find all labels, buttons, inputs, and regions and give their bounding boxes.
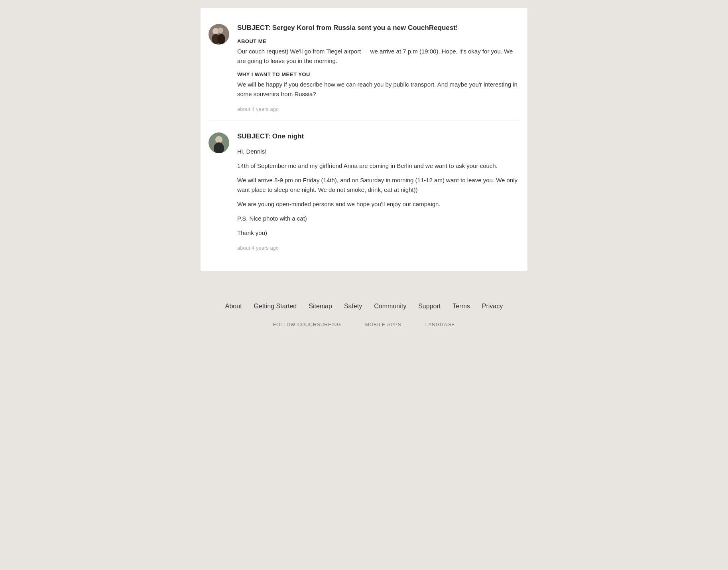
section-paragraph-1-0-0: Our couch request) We'll go from Tiegel … [237,47,519,66]
message-content-2: SUBJECT: One nightHi, Dennis!14th of Sep… [237,132,519,251]
footer-link-community[interactable]: Community [374,303,406,310]
avatar-1 [209,24,229,45]
paragraph-2-4: P.S. Nice photo with a cat) [237,214,519,223]
footer-link-about[interactable]: About [225,303,242,310]
section-label-1-0: ABOUT ME [237,38,519,44]
paragraph-2-0: Hi, Dennis! [237,147,519,156]
svg-point-4 [217,34,225,44]
main-container: SUBJECT: Sergey Korol from Russia sent y… [0,0,728,335]
footer-bottom-section-0: FOLLOW COUCHSURFING [273,322,341,327]
footer-bottom-section-2: LANGUAGE [425,322,455,327]
footer-link-privacy[interactable]: Privacy [482,303,503,310]
footer-bottom: FOLLOW COUCHSURFINGMOBILE APPSLANGUAGE [273,322,455,327]
footer-bottom-section-1: MOBILE APPS [365,322,401,327]
svg-point-2 [218,28,223,33]
section-label-1-1: WHY I WANT TO MEET YOU [237,71,519,77]
footer: AboutGetting StartedSitemapSafetyCommuni… [0,287,728,335]
paragraph-2-3: We are young open-minded persons and we … [237,199,519,209]
message-timestamp-1: about 4 years ago [237,106,519,112]
message-item-1: SUBJECT: Sergey Korol from Russia sent y… [209,12,519,120]
message-subject-1: SUBJECT: Sergey Korol from Russia sent y… [237,24,519,32]
paragraph-2-2: We will arrive 8-9 pm on Friday (14th), … [237,176,519,195]
message-subject-2: SUBJECT: One night [237,132,519,140]
message-item-2: SUBJECT: One nightHi, Dennis!14th of Sep… [209,120,519,259]
messages-card: SUBJECT: Sergey Korol from Russia sent y… [201,8,527,271]
message-timestamp-2: about 4 years ago [237,245,519,251]
message-content-1: SUBJECT: Sergey Korol from Russia sent y… [237,24,519,112]
footer-link-getting-started[interactable]: Getting Started [254,303,297,310]
footer-link-terms[interactable]: Terms [453,303,470,310]
paragraph-2-5: Thank you) [237,228,519,238]
footer-link-support[interactable]: Support [418,303,441,310]
footer-nav: AboutGetting StartedSitemapSafetyCommuni… [225,303,503,310]
paragraph-2-1: 14th of September me and my girlfriend A… [237,161,519,171]
footer-link-sitemap[interactable]: Sitemap [309,303,332,310]
avatar-2 [209,132,229,153]
section-paragraph-1-1-0: We will be happy if you describe how we … [237,80,519,99]
footer-link-safety[interactable]: Safety [344,303,362,310]
svg-point-6 [215,136,222,143]
